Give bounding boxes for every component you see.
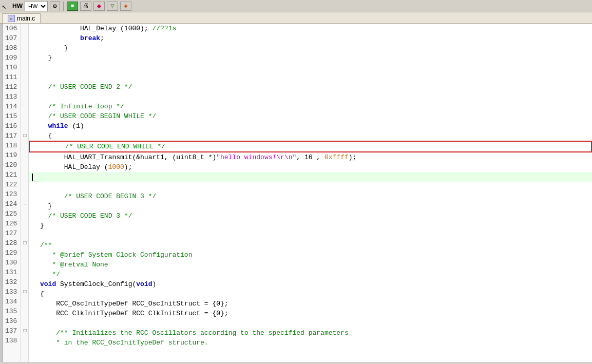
line-number: 137 — [3, 326, 20, 336]
line-number: 120 — [3, 160, 20, 170]
text-cursor — [32, 174, 33, 181]
line-number: 131 — [3, 267, 20, 277]
line-number: 130 — [3, 258, 20, 267]
line-number: 115 — [3, 111, 20, 121]
fold-marker — [21, 121, 29, 131]
line-number: 122 — [3, 180, 20, 189]
toolbar-icon-green-rect[interactable]: ■ — [67, 2, 78, 11]
line-number: 123 — [3, 189, 20, 199]
tab-label: main.c — [17, 15, 35, 22]
toolbar-icon-print[interactable]: 🖨 — [80, 2, 91, 11]
fold-marker — [21, 228, 29, 238]
code-line[interactable]: } — [29, 221, 592, 231]
fold-marker — [21, 219, 29, 228]
code-line[interactable]: while (1) — [29, 121, 592, 131]
app-container: ↖ HW HW ⚙ ■ 🖨 ◆ ▽ ◈ c main.c 10610710810… — [0, 0, 592, 364]
code-line[interactable]: * @retval None — [29, 260, 592, 270]
code-line[interactable] — [29, 72, 592, 82]
code-line[interactable] — [29, 182, 592, 191]
line-number: 117 — [3, 131, 20, 141]
code-line[interactable]: RCC_OscInitTypeDef RCC_OscInitStruct = {… — [29, 299, 592, 309]
line-number: 107 — [3, 33, 20, 43]
code-line[interactable]: /** Initializes the RCC Oscillators acco… — [29, 328, 592, 338]
line-number: 125 — [3, 209, 20, 219]
code-line[interactable]: */ — [29, 270, 592, 279]
fold-marker — [21, 43, 29, 53]
toolbar-icon-config[interactable]: ⚙ — [50, 1, 60, 11]
line-number: 133 — [3, 287, 20, 297]
fold-marker — [21, 306, 29, 316]
fold-marker — [21, 92, 29, 102]
fold-marker — [21, 160, 29, 170]
code-line[interactable]: HAL_Delay (1000); //??1s — [29, 24, 592, 33]
fold-marker — [21, 277, 29, 287]
fold-marker — [21, 111, 29, 121]
fold-marker — [21, 267, 29, 277]
tab-main-c[interactable]: c main.c — [2, 13, 41, 23]
editor: 1061071081091101111121131141151161171181… — [0, 24, 592, 362]
fold-marker[interactable]: – — [21, 199, 29, 209]
line-number: 116 — [3, 121, 20, 131]
toolbar-icon-chart[interactable]: ◈ — [120, 2, 131, 11]
toolbar-icon-pointer: ↖ — [2, 2, 10, 10]
fold-marker — [21, 141, 29, 150]
line-number: 124 — [3, 199, 20, 209]
code-line[interactable]: * @brief System Clock Configuration — [29, 250, 592, 260]
line-number: 132 — [3, 277, 20, 287]
code-line[interactable]: /* USER CODE END 2 */ — [29, 82, 592, 92]
line-number: 118 — [3, 141, 20, 150]
line-number: 121 — [3, 170, 20, 180]
fold-marker — [21, 24, 29, 33]
fold-marker — [21, 170, 29, 180]
line-number: 109 — [3, 53, 20, 63]
line-number: 128 — [3, 238, 20, 248]
code-line[interactable]: HAL_Delay (1000); — [29, 162, 592, 172]
fold-col: □–□□□ — [21, 24, 29, 362]
line-number: 135 — [3, 306, 20, 316]
code-line[interactable]: /* Infinite loop */ — [29, 102, 592, 111]
code-line[interactable] — [29, 172, 592, 182]
toolbar-icon-funnel[interactable]: ▽ — [107, 2, 118, 11]
fold-marker — [21, 33, 29, 43]
fold-marker — [21, 150, 29, 160]
code-line[interactable] — [29, 318, 592, 328]
code-line[interactable]: } — [29, 201, 592, 211]
code-line[interactable] — [29, 63, 592, 72]
fold-marker[interactable]: □ — [21, 287, 29, 297]
code-line[interactable]: * in the RCC_OscInitTypeDef structure. — [29, 338, 592, 348]
toolbar: ↖ HW HW ⚙ ■ 🖨 ◆ ▽ ◈ — [0, 0, 592, 12]
fold-marker — [21, 63, 29, 72]
code-line[interactable]: { — [29, 131, 592, 141]
code-line[interactable]: /* USER CODE END 3 */ — [29, 211, 592, 221]
line-number: 138 — [3, 336, 20, 346]
fold-marker[interactable]: □ — [21, 238, 29, 248]
code-content[interactable]: HAL_Delay (1000); //??1s break; } } /* U… — [29, 24, 592, 362]
code-line[interactable]: } — [29, 43, 592, 53]
fold-marker — [21, 336, 29, 346]
line-number: 134 — [3, 297, 20, 306]
fold-marker[interactable]: □ — [21, 131, 29, 141]
code-line[interactable]: RCC_ClkInitTypeDef RCC_ClkInitStruct = {… — [29, 309, 592, 318]
code-line[interactable]: /** — [29, 240, 592, 250]
code-line[interactable] — [29, 231, 592, 240]
line-number: 108 — [3, 43, 20, 53]
code-line[interactable]: /* USER CODE END WHILE */ — [30, 142, 591, 151]
code-line[interactable]: /* USER CODE BEGIN WHILE */ — [29, 111, 592, 121]
toolbar-icon-diamond[interactable]: ◆ — [93, 2, 105, 11]
line-number: 129 — [3, 248, 20, 258]
code-line[interactable]: } — [29, 53, 592, 63]
line-number: 114 — [3, 102, 20, 111]
code-line[interactable] — [29, 92, 592, 102]
fold-marker[interactable]: □ — [21, 326, 29, 336]
line-number: 106 — [3, 24, 20, 33]
code-line[interactable]: /* USER CODE BEGIN 3 */ — [29, 191, 592, 201]
fold-marker — [21, 102, 29, 111]
code-line[interactable]: void SystemClock_Config(void) — [29, 279, 592, 289]
fold-marker — [21, 72, 29, 82]
toolbar-select[interactable]: HW — [25, 1, 48, 11]
code-line[interactable]: { — [29, 289, 592, 299]
line-number-col: 1061071081091101111121131141151161171181… — [3, 24, 21, 362]
code-line[interactable]: HAL_UART_Transmit(&huart1, (uint8_t *)"h… — [29, 152, 592, 162]
line-number: 119 — [3, 150, 20, 160]
code-line[interactable]: break; — [29, 33, 592, 43]
